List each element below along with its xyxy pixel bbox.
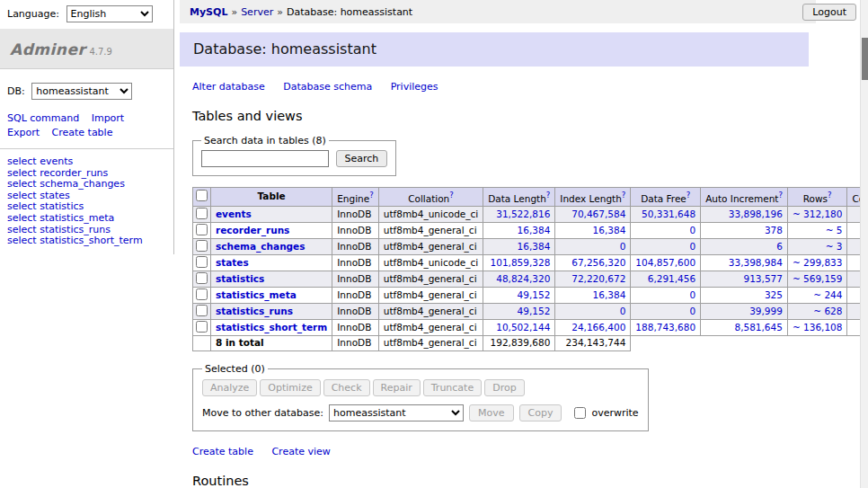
data-length-link[interactable]: 16,384 <box>518 225 551 235</box>
data-length-link[interactable]: 31,522,816 <box>496 209 550 219</box>
auto-increment-link[interactable]: 325 <box>765 289 783 300</box>
column-header-collation: Collation? <box>378 188 483 207</box>
optimize-button[interactable]: Optimize <box>260 379 320 396</box>
db-select[interactable]: homeassistant <box>31 83 132 100</box>
auto-increment-link[interactable]: 913,577 <box>744 273 783 284</box>
row-checkbox[interactable] <box>196 321 208 333</box>
help-icon[interactable]: ? <box>546 191 551 200</box>
overwrite-checkbox[interactable] <box>574 407 586 419</box>
data-free-link[interactable]: 0 <box>689 306 695 316</box>
data-free-link[interactable]: 0 <box>689 225 695 235</box>
rows-link[interactable]: ~ 569,159 <box>793 273 843 284</box>
analyze-button[interactable]: Analyze <box>202 379 257 396</box>
index-length-link[interactable]: 24,166,400 <box>571 322 625 333</box>
privileges-link[interactable]: Privileges <box>391 81 438 93</box>
copy-button[interactable]: Copy <box>519 404 562 421</box>
search-input[interactable] <box>201 150 329 167</box>
select-all-checkbox[interactable] <box>196 190 208 201</box>
row-checkbox[interactable] <box>196 272 208 284</box>
index-length-link[interactable]: 16,384 <box>593 225 626 235</box>
table-name-link[interactable]: states <box>216 257 249 268</box>
sidebar-select-schema_changes[interactable]: select schema_changes <box>7 179 166 191</box>
auto-increment-link[interactable]: 6 <box>776 241 783 252</box>
create-table-link[interactable]: Create table <box>192 446 253 457</box>
adminer-brand[interactable]: Adminer <box>10 40 85 58</box>
export-link[interactable]: Export <box>7 127 40 138</box>
auto-increment-link[interactable]: 8,581,645 <box>734 322 782 333</box>
auto-increment-link[interactable]: 33,398,984 <box>729 257 783 268</box>
index-length-link[interactable]: 70,467,584 <box>571 209 625 219</box>
breadcrumb-server-link[interactable]: Server <box>241 6 273 18</box>
search-button[interactable]: Search <box>336 150 388 167</box>
repair-button[interactable]: Repair <box>373 379 421 396</box>
help-icon[interactable]: ? <box>828 191 832 200</box>
table-name-link[interactable]: statistics_short_term <box>216 322 327 333</box>
table-name-link[interactable]: schema_changes <box>216 241 306 252</box>
table-name-link[interactable]: statistics <box>216 273 264 284</box>
data-free-link[interactable]: 50,331,648 <box>642 209 695 219</box>
sql-command-link[interactable]: SQL command <box>7 112 79 124</box>
sidebar-select-statistics_short_term[interactable]: select statistics_short_term <box>7 235 166 247</box>
row-checkbox[interactable] <box>196 224 208 235</box>
table-name-link[interactable]: events <box>216 209 252 219</box>
truncate-button[interactable]: Truncate <box>423 379 482 396</box>
help-icon[interactable]: ? <box>622 191 626 200</box>
language-select[interactable]: English <box>66 5 153 22</box>
move-button[interactable]: Move <box>469 404 514 421</box>
rows-link[interactable]: ~ 312,180 <box>793 209 843 219</box>
data-length-link[interactable]: 16,384 <box>518 241 551 252</box>
row-checkbox[interactable] <box>196 305 208 316</box>
row-checkbox[interactable] <box>196 240 208 252</box>
create-table-sidebar-link[interactable]: Create table <box>52 127 113 138</box>
data-length-link[interactable]: 101,859,328 <box>491 257 551 268</box>
scrollbar-thumb[interactable] <box>862 38 868 80</box>
help-icon[interactable]: ? <box>686 191 691 200</box>
data-free-link[interactable]: 0 <box>689 241 695 252</box>
rows-link[interactable]: ~ 299,833 <box>793 257 843 268</box>
data-free-link[interactable]: 188,743,680 <box>635 322 695 333</box>
logout-button[interactable]: Logout <box>802 4 856 21</box>
database-schema-link[interactable]: Database schema <box>283 81 372 93</box>
drop-button[interactable]: Drop <box>484 379 524 396</box>
data-length-link[interactable]: 48,824,320 <box>496 273 550 284</box>
help-icon[interactable]: ? <box>449 191 454 200</box>
total-collation: utf8mb4_general_ci <box>378 335 483 350</box>
table-name-link[interactable]: statistics_runs <box>216 306 293 316</box>
auto-increment-link[interactable]: 33,898,196 <box>729 209 783 219</box>
move-db-select[interactable]: homeassistant <box>329 404 464 421</box>
index-length-link[interactable]: 67,256,320 <box>571 257 625 268</box>
sidebar-select-events[interactable]: select events <box>7 156 166 168</box>
row-checkbox[interactable] <box>196 288 208 300</box>
rows-link[interactable]: ~ 136,108 <box>793 322 843 333</box>
import-link[interactable]: Import <box>92 112 125 124</box>
sidebar-select-statistics_meta[interactable]: select statistics_meta <box>7 213 166 225</box>
rows-link[interactable]: ~ 5 <box>826 225 843 235</box>
data-free-link[interactable]: 6,291,456 <box>648 273 695 284</box>
rows-link[interactable]: ~ 244 <box>813 289 842 300</box>
index-length-link[interactable]: 0 <box>620 241 626 252</box>
rows-link[interactable]: ~ 3 <box>826 241 843 252</box>
row-checkbox[interactable] <box>196 208 208 219</box>
tables-heading: Tables and views <box>192 109 816 123</box>
data-free-link[interactable]: 0 <box>689 289 695 300</box>
table-name-link[interactable]: statistics_meta <box>216 289 297 300</box>
alter-database-link[interactable]: Alter database <box>192 81 265 93</box>
data-length-link[interactable]: 49,152 <box>518 306 551 316</box>
index-length-link[interactable]: 0 <box>620 306 626 316</box>
data-length-link[interactable]: 10,502,144 <box>496 322 550 333</box>
create-view-link[interactable]: Create view <box>271 446 330 457</box>
breadcrumb-mysql-link[interactable]: MySQL <box>190 6 227 18</box>
rows-link[interactable]: ~ 628 <box>813 306 842 316</box>
index-length-link[interactable]: 16,384 <box>593 289 626 300</box>
auto-increment-link[interactable]: 39,999 <box>749 306 783 316</box>
data-length-link[interactable]: 49,152 <box>518 289 551 300</box>
check-button[interactable]: Check <box>323 379 370 396</box>
help-icon[interactable]: ? <box>369 191 374 200</box>
auto-increment-link[interactable]: 378 <box>765 225 783 235</box>
help-icon[interactable]: ? <box>778 191 783 200</box>
scrollbar[interactable] <box>860 0 868 488</box>
table-name-link[interactable]: recorder_runs <box>216 225 289 235</box>
row-checkbox[interactable] <box>196 256 208 268</box>
index-length-link[interactable]: 72,220,672 <box>571 273 625 284</box>
data-free-link[interactable]: 104,857,600 <box>635 257 695 268</box>
